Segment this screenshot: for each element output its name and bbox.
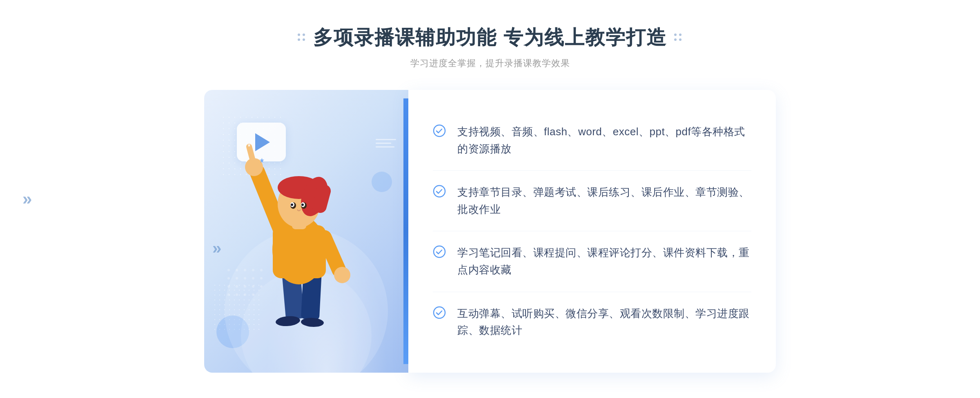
svg-point-50	[434, 307, 445, 318]
page-subtitle: 学习进度全掌握，提升录播课教学效果	[298, 57, 682, 69]
svg-point-32	[227, 285, 230, 288]
svg-point-38	[260, 277, 263, 279]
illustration-panel: »	[204, 90, 408, 373]
svg-text:»: »	[212, 239, 221, 257]
arrow-chevron: »	[22, 189, 32, 208]
svg-point-40	[260, 285, 263, 288]
right-panel-wrapper: 支持视频、音频、flash、word、excel、ppt、pdf等各种格式的资源…	[408, 90, 776, 373]
svg-point-22	[291, 203, 293, 206]
svg-point-39	[252, 285, 254, 288]
svg-point-37	[252, 277, 254, 279]
svg-point-35	[252, 269, 254, 271]
svg-point-31	[244, 277, 246, 279]
svg-point-12	[334, 267, 350, 283]
svg-point-30	[236, 277, 238, 279]
svg-rect-46	[403, 98, 408, 364]
svg-point-26	[227, 269, 230, 271]
left-decoration	[298, 34, 306, 42]
feature-text-3: 学习笔记回看、课程提问、课程评论打分、课件资料下载，重点内容收藏	[457, 244, 751, 278]
svg-point-29	[227, 277, 230, 279]
svg-point-28	[244, 269, 246, 271]
svg-point-48	[434, 186, 445, 197]
check-icon-3	[433, 245, 446, 258]
svg-point-49	[434, 246, 445, 257]
right-decoration	[674, 34, 682, 42]
svg-point-34	[244, 285, 246, 288]
feature-item-3: 学习笔记回看、课程提问、课程评论打分、课件资料下载，重点内容收藏	[433, 231, 751, 292]
svg-point-27	[236, 269, 238, 271]
check-icon-2	[433, 185, 446, 198]
check-icon-1	[433, 124, 446, 137]
feature-text-4: 互动弹幕、试听购买、微信分享、观看次数限制、学习进度跟踪、数据统计	[457, 305, 751, 339]
svg-point-36	[260, 269, 263, 271]
svg-point-44	[252, 293, 254, 296]
svg-point-41	[227, 293, 230, 296]
page-title: 多项录播课辅助功能 专为线上教学打造	[313, 25, 666, 51]
left-arrow-decoration: »	[22, 189, 32, 209]
character-illustration: »	[204, 90, 408, 373]
svg-point-33	[236, 285, 238, 288]
features-panel: 支持视频、音频、flash、word、excel、ppt、pdf等各种格式的资源…	[408, 90, 776, 373]
feature-item-2: 支持章节目录、弹题考试、课后练习、课后作业、章节测验、批改作业	[433, 171, 751, 231]
check-icon-4	[433, 306, 446, 319]
main-content: »	[204, 90, 776, 373]
header-title-row: 多项录播课辅助功能 专为线上教学打造	[298, 25, 682, 51]
feature-text-1: 支持视频、音频、flash、word、excel、ppt、pdf等各种格式的资源…	[457, 123, 751, 157]
svg-point-47	[434, 125, 445, 136]
feature-item-1: 支持视频、音频、flash、word、excel、ppt、pdf等各种格式的资源…	[433, 110, 751, 171]
svg-line-10	[249, 147, 252, 159]
svg-point-23	[301, 203, 304, 206]
header-section: 多项录播课辅助功能 专为线上教学打造 学习进度全掌握，提升录播课教学效果	[298, 25, 682, 69]
page-wrapper: 多项录播课辅助功能 专为线上教学打造 学习进度全掌握，提升录播课教学效果	[0, 0, 980, 398]
feature-text-2: 支持章节目录、弹题考试、课后练习、课后作业、章节测验、批改作业	[457, 184, 751, 218]
svg-point-42	[236, 293, 238, 296]
feature-item-4: 互动弹幕、试听购买、微信分享、观看次数限制、学习进度跟踪、数据统计	[433, 292, 751, 352]
svg-point-43	[244, 293, 246, 296]
